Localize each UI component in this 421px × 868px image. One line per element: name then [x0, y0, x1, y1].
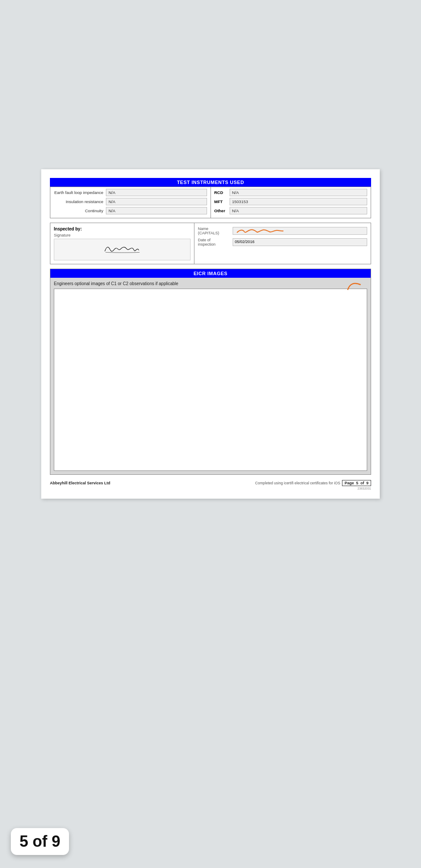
continuity-row: Continuity N/A: [54, 207, 207, 214]
inspected-section: Inspected by: Signature Name(CAPITALS): [50, 223, 371, 264]
eicr-image-box: [54, 289, 367, 471]
other-row: Other N/A: [214, 207, 368, 214]
page-indicator-badge: 5 of 9: [11, 828, 69, 855]
footer-completed-text: Completed using icertifi electrical cert…: [255, 481, 340, 485]
rcd-row: RCD N/A: [214, 189, 368, 196]
orange-checkmark-icon: [345, 281, 363, 294]
inspected-right: Name(CAPITALS) Date ofinspection 05/02/2…: [194, 223, 371, 264]
instruments-grid: Earth fault loop impedance N/A Insulatio…: [50, 187, 371, 218]
continuity-value: N/A: [106, 207, 207, 214]
instruments-right-col: RCD N/A MFT 1503153 Other N/A: [211, 187, 371, 218]
earth-fault-row: Earth fault loop impedance N/A: [54, 189, 207, 196]
name-row: Name(CAPITALS): [198, 227, 367, 235]
earth-fault-value: N/A: [106, 189, 207, 196]
rcd-label: RCD: [214, 190, 230, 195]
instruments-section: Earth fault loop impedance N/A Insulatio…: [50, 187, 371, 218]
eicr-description: Engineers optional images of C1 or C2 ob…: [54, 281, 178, 286]
footer-right: Completed using icertifi electrical cert…: [255, 480, 371, 486]
earth-fault-label: Earth fault loop impedance: [54, 190, 106, 195]
name-value: [233, 227, 367, 235]
other-value: N/A: [230, 207, 368, 214]
instruments-left-col: Earth fault loop impedance N/A Insulatio…: [50, 187, 211, 218]
footer-page: Page 5 of 9: [342, 480, 371, 486]
other-label: Other: [214, 208, 230, 213]
insulation-value: N/A: [106, 198, 207, 205]
signature-box: [54, 239, 191, 260]
date-label: Date ofinspection: [198, 238, 233, 247]
page-footer: Abbeyhill Electrical Services Ltd Comple…: [50, 478, 371, 486]
inspected-left: Inspected by: Signature: [50, 223, 194, 264]
mft-row: MFT 1503153: [214, 198, 368, 205]
eicr-header: EICR IMAGES: [50, 269, 371, 278]
footer-doc-number: 23632031: [50, 487, 371, 490]
insulation-row: Insulation resistance N/A: [54, 198, 207, 205]
document-page: TEST INSTRUMENTS USED Earth fault loop i…: [41, 169, 380, 499]
eicr-section: EICR IMAGES Engineers optional images of…: [50, 269, 371, 475]
signature-svg: [54, 239, 190, 260]
footer-company: Abbeyhill Electrical Services Ltd: [50, 481, 110, 485]
name-label: Name(CAPITALS): [198, 227, 233, 235]
test-instruments-header: TEST INSTRUMENTS USED: [50, 178, 371, 187]
date-row: Date ofinspection 05/02/2016: [198, 238, 367, 247]
rcd-value: N/A: [230, 189, 368, 196]
date-value: 05/02/2016: [233, 238, 367, 246]
inspected-title: Inspected by:: [54, 227, 191, 231]
name-signature-svg: [235, 227, 287, 235]
eicr-body: Engineers optional images of C1 or C2 ob…: [50, 278, 371, 474]
mft-value: 1503153: [230, 198, 368, 205]
insulation-label: Insulation resistance: [54, 199, 106, 204]
sig-label: Signature: [54, 233, 191, 237]
continuity-label: Continuity: [54, 208, 106, 213]
mft-label: MFT: [214, 199, 230, 204]
